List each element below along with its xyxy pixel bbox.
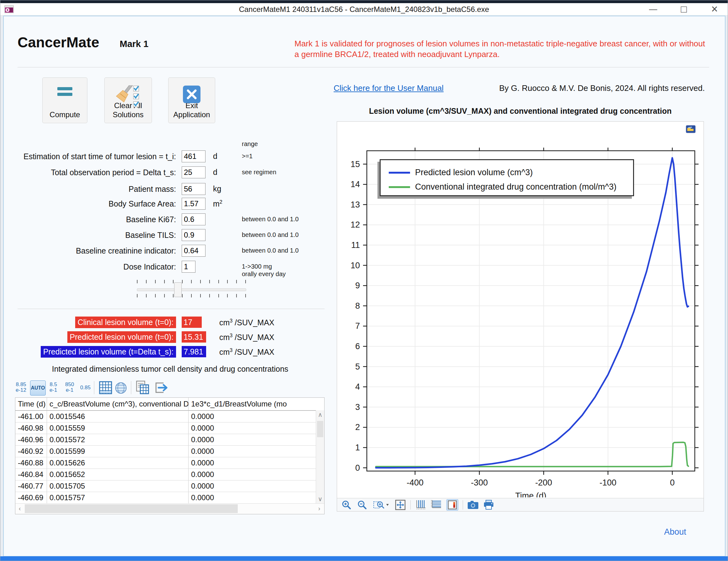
table-cell: 0.0000 — [188, 469, 316, 480]
y-tick-label: 9 — [355, 281, 360, 290]
format-085-button[interactable]: 0.85 — [80, 385, 91, 391]
exit-application-button[interactable]: Exit Application — [168, 77, 215, 123]
scroll-down-arrow[interactable]: ∨ — [316, 495, 324, 503]
minimize-button[interactable]: — — [646, 4, 660, 14]
clear-all-solutions-button[interactable]: Clear All Solutions — [104, 77, 152, 123]
slider-tick — [236, 280, 237, 283]
form-range2-7: orally every day — [242, 270, 286, 278]
x-grid-icon[interactable] — [415, 500, 426, 510]
table-row[interactable]: -460.980.00155590.0000 — [15, 422, 324, 434]
x-tick-label: -200 — [535, 478, 552, 487]
compute-button[interactable]: Compute — [42, 77, 87, 123]
slider-tick — [173, 280, 174, 283]
table-cell: 0.0015559 — [47, 423, 188, 434]
table-hscrollbar[interactable]: ‹› — [15, 503, 324, 514]
dose-slider-track[interactable] — [137, 288, 246, 291]
plot-window-icon[interactable] — [685, 125, 696, 135]
result-value-0: 17 — [182, 317, 202, 328]
copy-table-icon[interactable] — [135, 381, 150, 396]
form-input-0[interactable] — [182, 150, 205, 162]
table-header-row: Time (d)c_c/BreastVolume (cm^3), convent… — [15, 398, 324, 411]
slider-tick — [164, 294, 165, 298]
copyright-text: By G. Ruocco & M.V. De Bonis, 2024. All … — [499, 83, 705, 93]
export-table-icon[interactable] — [154, 381, 169, 396]
form-input-7[interactable] — [182, 261, 195, 273]
table-cell: 0.0015572 — [47, 434, 188, 445]
equals-icon — [43, 85, 87, 98]
table-header-1: c_c/BreastVolume (cm^3), conventional DP… — [47, 398, 188, 410]
format-85e-1-button[interactable]: 8.5e-1 — [49, 382, 57, 393]
hscroll-thumb[interactable] — [25, 504, 238, 513]
scroll-up-arrow[interactable]: ∧ — [316, 411, 324, 418]
result-unit-2: cm3 /SUV_MAX — [219, 347, 274, 357]
slider-tick — [245, 280, 246, 283]
y-tick-label: 6 — [355, 342, 360, 351]
format-auto-button[interactable]: AUTO — [30, 381, 46, 396]
format-850e-1-button[interactable]: 850e-1 — [65, 382, 74, 393]
slider-tick — [164, 280, 165, 283]
y-tick-label: 4 — [355, 382, 360, 392]
form-input-2[interactable] — [182, 183, 205, 195]
zoom-extents-icon[interactable] — [395, 500, 406, 510]
slider-tick — [155, 294, 156, 298]
table-row[interactable]: -460.690.00157570.0000 — [15, 492, 324, 503]
slider-tick — [209, 280, 210, 283]
zoom-in-icon[interactable] — [341, 500, 352, 510]
close-button[interactable]: × — [707, 3, 722, 16]
x-tick-label: -400 — [407, 478, 424, 487]
form-input-1[interactable] — [182, 166, 205, 178]
scroll-right-arrow[interactable]: › — [315, 505, 324, 512]
form-range-1: see regimen — [242, 169, 276, 176]
legend-label-drug-concentration: Conventional integrated drug concentrati… — [415, 182, 616, 192]
about-link[interactable]: About — [664, 527, 686, 537]
form-input-4[interactable] — [182, 213, 205, 225]
maximize-button[interactable]: □ — [677, 3, 691, 15]
dose-slider-handle[interactable] — [174, 283, 182, 297]
color-legend-icon[interactable] — [446, 499, 458, 511]
table-row[interactable]: -461.000.00155460.0000 — [15, 411, 324, 422]
table-cell: -460.92 — [15, 446, 47, 457]
full-precision-table-icon[interactable] — [99, 381, 112, 396]
table-row[interactable]: -460.880.00156260.0000 — [15, 457, 324, 469]
table-cell: 0.0015757 — [47, 492, 188, 503]
table-row[interactable]: -460.770.00157050.0000 — [15, 480, 324, 492]
zoom-box-icon[interactable] — [372, 500, 390, 510]
y-tick-label: 1 — [355, 443, 360, 452]
results-table: Time (d)c_c/BreastVolume (cm^3), convent… — [15, 397, 325, 514]
table-row[interactable]: -460.840.00156520.0000 — [15, 469, 324, 480]
table-row[interactable]: -460.960.00155720.0000 — [15, 434, 324, 445]
user-manual-link[interactable]: Click here for the User Manual — [334, 83, 444, 93]
slider-tick — [227, 280, 228, 283]
slider-tick — [236, 294, 237, 298]
result-value-1: 15.31 — [182, 331, 206, 343]
form-label-0: Estimation of start time of tumor lesion… — [23, 152, 176, 161]
zoom-out-icon[interactable] — [356, 500, 368, 510]
table-cell: 0.0000 — [188, 434, 316, 445]
print-icon[interactable] — [483, 500, 494, 510]
vscroll-thumb[interactable] — [317, 421, 323, 437]
exit-application-label: Exit Application — [173, 101, 211, 119]
y-tick-label: 14 — [351, 179, 360, 189]
table-vscrollbar[interactable]: ∧∨ — [316, 410, 324, 503]
table-row[interactable]: -460.920.00155990.0000 — [15, 445, 324, 457]
form-input-6[interactable] — [182, 245, 205, 257]
slider-tick — [182, 294, 183, 298]
format-885e-12-button[interactable]: 8.85e-12 — [16, 382, 26, 393]
slider-tick — [200, 280, 201, 283]
toolbar-separator — [410, 500, 411, 510]
form-label-5: Baseline TILS: — [125, 231, 176, 240]
y-grid-icon[interactable] — [431, 500, 442, 510]
slider-tick — [200, 294, 201, 298]
table-cell: -460.69 — [15, 492, 47, 503]
sphere-icon[interactable] — [115, 382, 127, 396]
slider-tick — [146, 280, 147, 283]
snapshot-camera-icon[interactable] — [467, 500, 479, 510]
result-label-1: Predicted lesion volume (t=0): — [67, 331, 176, 343]
form-input-5[interactable] — [182, 229, 205, 241]
y-tick-label: 12 — [351, 220, 360, 229]
compute-label: Compute — [49, 110, 80, 119]
table-cell: 0.0015652 — [47, 469, 188, 480]
form-input-3[interactable] — [182, 198, 205, 210]
scroll-left-arrow[interactable]: ‹ — [15, 505, 24, 512]
result-label-0: Clinical lesion volume (t=0): — [75, 317, 176, 328]
